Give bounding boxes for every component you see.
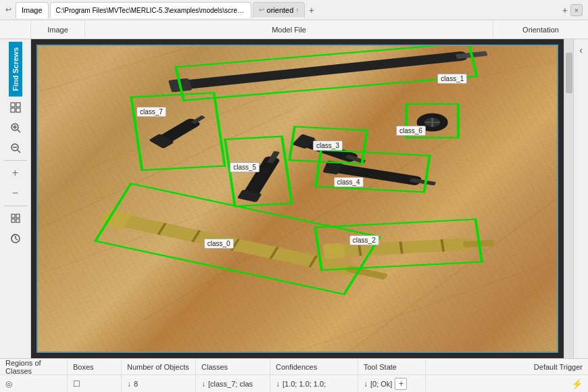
tab-oriented-label: oriented — [267, 6, 294, 14]
status-val-toolstate: ↓ [0; Ok] + — [358, 375, 426, 392]
layers-icon[interactable] — [6, 209, 25, 228]
regions-icon: ◎ — [5, 379, 12, 389]
clock-icon[interactable] — [6, 229, 25, 248]
status-label-objects: Number of Objects — [122, 359, 196, 374]
status-val-classes: ↓ [class_7; clas — [196, 375, 270, 392]
status-label-regions: Regions of Classes — [0, 359, 68, 374]
classes-down-icon: ↓ — [201, 379, 205, 389]
objects-label: Number of Objects — [127, 363, 189, 371]
header-image-label: Image — [47, 26, 68, 34]
header-col-empty — [0, 20, 31, 39]
tab-image-label: Image — [22, 6, 43, 14]
svg-line-5 — [18, 130, 20, 132]
header-row: Image Model File Orientation — [0, 20, 588, 39]
regions-label: Regions of Classes — [5, 359, 62, 375]
svg-rect-1 — [16, 103, 20, 107]
confidences-value: [1.0; 1.0; 1.0; — [283, 380, 326, 388]
wood-texture — [38, 46, 557, 351]
photo-background: class_1 class_7 class_6 class_5 class_3 … — [36, 45, 558, 353]
left-sidebar: Find Screws + — [0, 39, 31, 358]
svg-rect-0 — [11, 103, 15, 107]
lightning-icon: ⚡ — [571, 378, 583, 389]
status-label-confidences: Confidences — [270, 359, 358, 374]
svg-rect-12 — [16, 214, 20, 218]
svg-rect-13 — [11, 219, 15, 222]
svg-line-17 — [16, 239, 18, 240]
boxes-label: Boxes — [73, 363, 94, 371]
tab-oriented[interactable]: ↩ oriented › — [253, 2, 305, 18]
image-area[interactable]: class_1 class_7 class_6 class_5 class_3 … — [31, 39, 564, 358]
tab-oriented-nav: ↩ — [259, 6, 264, 14]
header-col-modelfile: Model File — [85, 20, 493, 39]
status-val-objects: ↓ 8 — [122, 375, 196, 392]
header-modelfile-label: Model File — [272, 26, 306, 34]
grid-icon[interactable] — [6, 98, 25, 117]
back-arrow-button[interactable]: ‹ — [573, 39, 588, 358]
header-col-orientation: Orientation — [493, 20, 588, 39]
tab-image[interactable]: Image — [16, 2, 49, 18]
grid-svg — [10, 102, 21, 113]
clock-svg — [10, 233, 21, 244]
objects-down-icon: ↓ — [127, 379, 131, 389]
minus-icon[interactable]: − — [6, 184, 25, 203]
tab-filepath-label: C:\Program Files\MVTec\MERLIC-5.3\exampl… — [56, 7, 245, 14]
title-bar: ↩ Image C:\Program Files\MVTec\MERLIC-5.… — [0, 0, 588, 20]
back-arrow-icon: ‹ — [579, 45, 583, 55]
layers-svg — [10, 213, 21, 224]
status-labels-row: Regions of Classes Boxes Number of Objec… — [0, 359, 588, 375]
svg-rect-14 — [16, 219, 20, 222]
main-layout: Find Screws + — [0, 39, 588, 358]
tab-add-button2[interactable]: + — [560, 5, 570, 16]
toolstate-value: [0; Ok] — [370, 380, 392, 388]
confidences-down-icon: ↓ — [276, 379, 280, 389]
tab-add-button[interactable]: + — [306, 5, 317, 16]
find-screws-label: Find Screws — [11, 47, 20, 91]
window-controls: × — [570, 4, 583, 16]
objects-value: 8 — [134, 380, 138, 388]
svg-line-9 — [18, 150, 20, 153]
add-button[interactable]: + — [395, 378, 407, 390]
toolstate-down-icon: ↓ — [364, 379, 368, 389]
confidences-label: Confidences — [276, 363, 317, 371]
tab-nav-icon[interactable]: ↩ — [5, 5, 11, 14]
toolstate-label: Tool State — [364, 363, 397, 371]
header-col-image: Image — [31, 20, 85, 39]
zoom-in-icon[interactable] — [6, 118, 25, 137]
svg-rect-11 — [11, 214, 15, 218]
status-label-trigger: Default Trigger — [426, 359, 588, 374]
plus-icon[interactable]: + — [6, 164, 25, 182]
classes-label: Classes — [201, 363, 228, 371]
status-bar: Regions of Classes Boxes Number of Objec… — [0, 358, 588, 392]
right-scrollbar[interactable] — [564, 39, 573, 358]
zoom-out-icon[interactable] — [6, 139, 25, 157]
find-screws-tab[interactable]: Find Screws — [9, 42, 22, 97]
tab-bar: ↩ Image C:\Program Files\MVTec\MERLIC-5.… — [5, 2, 570, 18]
boxes-icon: ☐ — [73, 379, 80, 389]
tab-oriented-nav2: › — [296, 6, 298, 14]
status-label-toolstate: Tool State — [358, 359, 426, 374]
svg-rect-3 — [16, 108, 20, 112]
tab-modelfile[interactable]: C:\Program Files\MVTec\MERLIC-5.3\exampl… — [50, 2, 251, 18]
zoom-out-svg — [10, 143, 21, 153]
status-values-row: ◎ ☐ ↓ 8 ↓ [class_7; clas ↓ [1.0; 1.0; 1.… — [0, 375, 588, 392]
svg-rect-2 — [11, 108, 15, 112]
status-label-classes: Classes — [196, 359, 270, 374]
status-val-boxes: ☐ — [68, 375, 122, 392]
header-orientation-label: Orientation — [522, 26, 559, 34]
status-val-trigger: ⚡ — [426, 375, 588, 392]
trigger-label: Default Trigger — [534, 363, 583, 371]
classes-value: [class_7; clas — [208, 380, 253, 388]
status-label-boxes: Boxes — [68, 359, 122, 374]
sidebar-divider1 — [3, 160, 28, 161]
scrollbar-thumb[interactable] — [566, 53, 572, 93]
zoom-in-svg — [10, 122, 21, 133]
close-button[interactable]: × — [570, 4, 583, 16]
sidebar-divider2 — [3, 205, 28, 206]
status-val-regions: ◎ — [0, 375, 68, 392]
status-val-confidences: ↓ [1.0; 1.0; 1.0; — [270, 375, 358, 392]
